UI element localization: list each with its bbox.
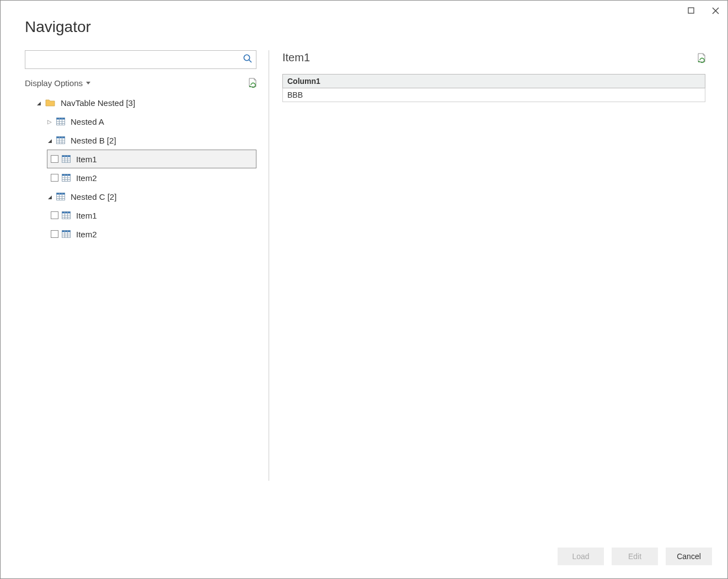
edit-button[interactable]: Edit (612, 548, 658, 565)
svg-point-3 (244, 55, 249, 60)
expander-icon[interactable] (46, 137, 53, 144)
tree-node-label: NavTable Nested [3] (58, 98, 135, 108)
search-input[interactable] (31, 55, 243, 65)
tree-node-nested-b[interactable]: Nested B [2] (44, 131, 256, 150)
pane-divider (269, 50, 269, 541)
checkbox[interactable] (51, 230, 58, 238)
tree-node-nested-b-item2[interactable]: Item2 (47, 168, 256, 187)
tree-node-nested-a[interactable]: Nested A (44, 112, 256, 131)
tree-node-label: Nested B [2] (68, 136, 116, 145)
checkbox[interactable] (51, 211, 58, 219)
svg-line-4 (249, 60, 252, 63)
tree-node-label: Item1 (74, 155, 97, 164)
table-icon (56, 193, 65, 200)
maximize-icon[interactable] (684, 4, 698, 17)
preview-column-header[interactable]: Column1 (283, 75, 705, 88)
dialog-title: Navigator (25, 18, 705, 36)
svg-rect-42 (62, 231, 71, 232)
display-options-label: Display Options (25, 78, 83, 88)
table-icon (56, 118, 65, 125)
table-icon (56, 136, 65, 144)
table-row[interactable]: BBB (283, 88, 705, 102)
close-icon[interactable] (709, 4, 722, 17)
folder-icon (45, 99, 55, 107)
load-button[interactable]: Load (558, 548, 604, 565)
table-icon (62, 174, 71, 182)
refresh-preview-icon[interactable] (697, 53, 705, 63)
expander-icon[interactable] (35, 100, 42, 106)
svg-rect-18 (62, 156, 71, 157)
table-icon (62, 155, 71, 163)
navigator-tree: NavTable Nested [3] Nested A Nes (25, 93, 256, 243)
tree-node-label: Item2 (74, 230, 97, 239)
checkbox[interactable] (51, 155, 58, 163)
search-icon[interactable] (243, 54, 253, 66)
svg-rect-6 (57, 118, 65, 120)
preview-title: Item1 (282, 51, 310, 64)
tree-node-nested-c-item1[interactable]: Item1 (47, 206, 256, 225)
navigator-dialog: Navigator Display Options (0, 0, 728, 579)
tree-node-nested-c[interactable]: Nested C [2] (44, 187, 256, 206)
tree-node-label: Item1 (74, 211, 97, 220)
cancel-button[interactable]: Cancel (666, 548, 712, 565)
tree-node-label: Nested A (68, 117, 104, 126)
tree-node-label: Item2 (74, 173, 97, 183)
svg-rect-36 (62, 212, 71, 214)
refresh-left-icon[interactable] (248, 78, 256, 88)
preview-cell: BBB (283, 88, 705, 102)
navigator-preview-pane: Item1 Column1 BBB (282, 50, 705, 541)
dialog-footer: Load Edit Cancel (1, 541, 727, 578)
expander-icon[interactable] (46, 119, 53, 125)
window-titlebar (1, 1, 727, 18)
svg-rect-30 (57, 193, 65, 195)
tree-node-nested-c-item2[interactable]: Item2 (47, 225, 256, 243)
preview-table: Column1 BBB (282, 74, 705, 102)
display-options-dropdown[interactable]: Display Options (25, 78, 90, 88)
checkbox[interactable] (51, 174, 58, 182)
tree-node-label: Nested C [2] (68, 192, 116, 201)
chevron-down-icon (86, 82, 90, 84)
navigator-left-pane: Display Options (25, 50, 256, 541)
table-icon (62, 211, 71, 219)
table-icon (62, 230, 71, 238)
expander-icon[interactable] (46, 194, 53, 200)
search-input-wrap[interactable] (25, 50, 256, 69)
tree-node-nested-b-item1[interactable]: Item1 (47, 150, 256, 168)
svg-rect-24 (62, 174, 71, 176)
svg-rect-12 (57, 137, 65, 139)
tree-node-root[interactable]: NavTable Nested [3] (33, 93, 256, 112)
svg-rect-0 (688, 8, 694, 13)
